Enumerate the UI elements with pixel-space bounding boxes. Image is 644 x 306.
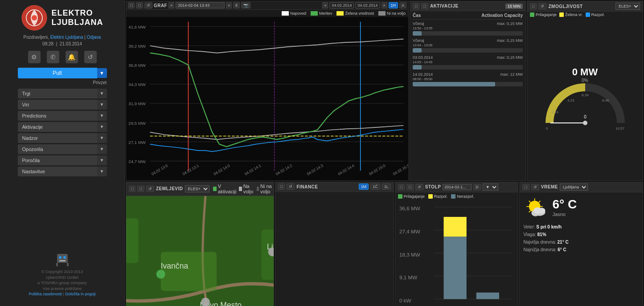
fin-1m-btn[interactable]: 1M <box>359 184 369 190</box>
welcome-link[interactable]: Elektro Ljubljana <box>50 35 83 40</box>
stolp-chart-area: 36,6 MW 27,4 MW 18,3 MW 9,1 MW 0 kW <box>398 200 516 306</box>
graph-date-nav-right[interactable]: » <box>381 2 387 8</box>
stolp-select[interactable]: ▼ <box>483 184 498 191</box>
akt-bar-fill-2 <box>413 65 422 69</box>
svg-rect-8 <box>67 263 69 266</box>
settings-icon[interactable]: ⚙ <box>28 51 41 63</box>
nav-arrow-predictions[interactable]: ▼ <box>97 111 107 121</box>
legend-napoved-color <box>282 11 289 16</box>
svg-point-2 <box>32 15 37 20</box>
akt-ctrl-2[interactable]: □ <box>421 3 428 9</box>
nav-arrow-viri[interactable]: ▼ <box>97 100 107 110</box>
fin-ctrl-2[interactable]: ↺ <box>287 184 295 190</box>
map-panel: □ □ ↺ ZEMLJEVID ELES+ V aktivaciji Na vo… <box>126 182 274 306</box>
zmog-ctrl-1[interactable]: □ <box>530 3 537 9</box>
nav-arrow-nadzor[interactable]: ▼ <box>97 133 107 143</box>
stolp-panel: □ □ ↺ STOLP D ▼ Prilagajanje <box>395 182 519 306</box>
bell-icon[interactable]: 🔔 <box>66 51 78 63</box>
weather-sun-icon <box>523 195 548 220</box>
map-ctrl-3[interactable]: ↺ <box>146 186 154 192</box>
svg-rect-96 <box>476 293 499 299</box>
top-right-row: □ □ ↺ STOLP D ▼ Prilagajanje <box>395 182 643 306</box>
stolp-date-input[interactable] <box>443 184 472 190</box>
nav-arrow-opozorila[interactable]: ▼ <box>97 144 107 154</box>
nav-arrow-nastavitve[interactable]: ▼ <box>97 167 107 176</box>
nav-label-predictions[interactable]: Predictions <box>18 111 97 121</box>
stolp-ctrl-2[interactable]: □ <box>406 184 413 190</box>
vreme-select[interactable]: Ljubljana <box>560 184 588 191</box>
nav-label-porocila[interactable]: Poročila <box>18 155 97 165</box>
svg-text:6,34: 6,34 <box>582 93 589 97</box>
svg-text:04.02 14:3: 04.02 14:3 <box>306 163 324 176</box>
phone-icon[interactable]: ✆ <box>47 51 59 63</box>
svg-text:04.02 14:2: 04.02 14:2 <box>275 163 293 176</box>
refresh-icon[interactable]: ↺ <box>84 51 97 63</box>
finance-content: 154.597€ Prihodki 154.597€ Stroški 0€ Do… <box>275 192 394 306</box>
map-select[interactable]: ELES+ <box>185 185 209 192</box>
nav-label-trgi[interactable]: Trgi <box>18 89 97 98</box>
nav-arrow-porocila[interactable]: ▼ <box>97 155 107 165</box>
cybergrid-logo-icon <box>53 250 71 268</box>
pult-arrow-button[interactable]: ▼ <box>97 68 107 78</box>
graph-ctrl-3[interactable]: ↺ <box>144 2 152 8</box>
akt-ctrl-1[interactable]: □ <box>413 3 419 9</box>
weather-detail-veter: Veter: S pri 0 km/h <box>523 223 639 231</box>
graph-ctrl-2[interactable]: □ <box>136 2 143 8</box>
akt-row-0: Včeraj13:50 - 13:55 max: 0,15 MW <box>413 21 523 36</box>
graph-1h-btn[interactable]: 1H <box>389 2 398 8</box>
stolp-ctrl-3[interactable]: ↺ <box>415 184 423 190</box>
logout-link[interactable]: Odjava <box>87 35 101 40</box>
graph-camera-btn[interactable]: 📷 <box>241 2 250 8</box>
vreme-panel: □ ↺ VREME Ljubljana <box>519 182 643 306</box>
stolp-leg-1: Prilagajanje <box>398 194 425 199</box>
pult-main-button[interactable]: Pult <box>18 68 97 78</box>
nav-item-nadzor: Nadzor ▼ <box>18 133 107 143</box>
nav-label-nastavitve[interactable]: Nastavitve <box>18 167 97 176</box>
fin-ctrl-1[interactable]: □ <box>278 184 285 190</box>
svg-text:36,6 MW: 36,6 MW <box>399 205 421 211</box>
terms-link[interactable]: Določila in pogoji <box>65 292 95 296</box>
logo-area: ELEKTRO LJUBLJANA <box>21 4 103 31</box>
graph-euro-btn[interactable]: € <box>233 2 240 8</box>
gauge-percent: 0% <box>582 78 588 83</box>
svg-text:27,1 MW: 27,1 MW <box>128 140 146 145</box>
graph-a-btn[interactable]: A <box>399 2 406 8</box>
stolp-ctrl-1[interactable]: □ <box>398 184 405 190</box>
fin-1l-btn[interactable]: 1L <box>382 184 391 190</box>
graph-date-nav-left[interactable]: « <box>322 2 328 8</box>
map-ctrl-2[interactable]: □ <box>137 186 144 192</box>
zmogljivost-select[interactable]: ELES+ <box>615 3 640 10</box>
logo-elektro: ELEKTRO <box>51 8 103 18</box>
nav-arrow-trgi[interactable]: ▼ <box>97 89 107 98</box>
akt-time-1: Včeraj13:04 - 13:06 <box>413 38 432 47</box>
legend-nina-color <box>378 11 386 16</box>
fin-1c-btn[interactable]: 1Č <box>370 184 380 190</box>
nav-item-trgi: Trgi ▼ <box>18 89 107 98</box>
graph-ctrl-1[interactable]: □ <box>128 2 135 8</box>
graph-nav-left[interactable]: « <box>168 2 174 8</box>
svg-line-104 <box>539 201 541 203</box>
legend-napoved-label: Napoved <box>290 11 306 16</box>
nav-label-aktivacije[interactable]: Aktivacije <box>18 122 97 132</box>
vreme-ctrl-2[interactable]: ↺ <box>531 184 539 190</box>
nav-item-opozorila: Opozorila ▼ <box>18 144 107 154</box>
akt-bar-fill-0 <box>413 31 422 36</box>
privacy-link[interactable]: Politika zasebnosti <box>29 292 62 296</box>
graph-nav-right[interactable]: » <box>226 2 232 8</box>
privzet-label: Privzet <box>93 80 107 85</box>
nav-arrow-aktivacije[interactable]: ▼ <box>97 122 107 132</box>
date-display: 21.03.2014 <box>60 41 82 46</box>
nav-label-opozorila[interactable]: Opozorila <box>18 144 97 154</box>
svg-text:0 kW: 0 kW <box>399 298 412 303</box>
vreme-ctrl-1[interactable]: □ <box>522 184 529 190</box>
zmog-legend-3: Razpol. <box>591 12 605 17</box>
nav-label-nadzor[interactable]: Nadzor <box>18 133 97 143</box>
nav-label-viri[interactable]: Viri <box>18 100 97 110</box>
stolp-d-btn[interactable]: D <box>473 184 481 190</box>
map-ctrl-1[interactable]: □ <box>129 186 135 192</box>
svg-text:27,4 MW: 27,4 MW <box>399 228 421 234</box>
zmog-ctrl-2[interactable]: ↺ <box>538 3 546 9</box>
graph-date-input[interactable] <box>176 2 225 8</box>
svg-point-5 <box>63 256 66 259</box>
bottom-row: □ □ ↺ ZEMLJEVID ELES+ V aktivaciji Na vo… <box>126 182 643 306</box>
